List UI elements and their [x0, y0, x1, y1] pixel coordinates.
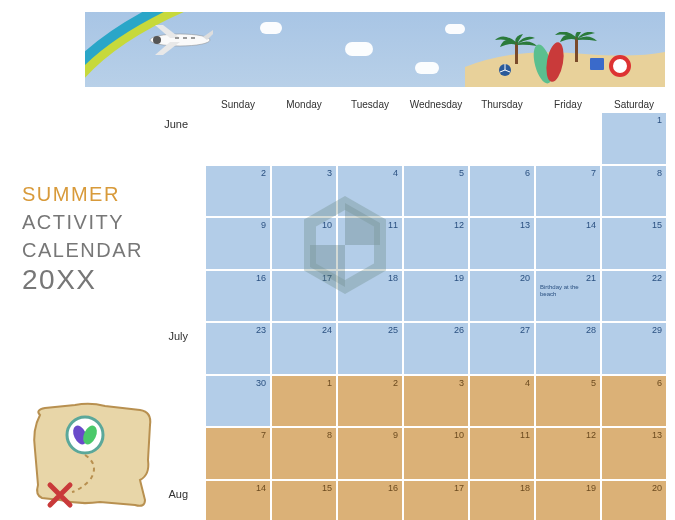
calendar-cell	[403, 112, 469, 165]
title-line-3: CALENDAR	[22, 236, 187, 264]
calendar-cell: 28	[535, 322, 601, 375]
svg-rect-2	[175, 37, 179, 39]
calendar-cell: 11	[469, 427, 535, 480]
calendar-cell: 10	[403, 427, 469, 480]
calendar-cell: 29	[601, 322, 667, 375]
calendar-cell: 3	[403, 375, 469, 428]
calendar-cell: 7	[205, 427, 271, 480]
calendar-cell: 25	[337, 322, 403, 375]
svg-rect-5	[515, 42, 518, 64]
calendar-cell	[271, 112, 337, 165]
calendar-cell: 5	[403, 165, 469, 218]
calendar-cell: 2	[337, 375, 403, 428]
header-banner	[85, 12, 665, 87]
calendar-cell	[205, 112, 271, 165]
calendar-cell: 23	[205, 322, 271, 375]
calendar-cell	[337, 112, 403, 165]
svg-point-1	[153, 36, 161, 44]
calendar-title: SUMMER ACTIVITY CALENDAR 20XX	[22, 180, 187, 294]
calendar-cell: 30	[205, 375, 271, 428]
calendar-cell-note: Birthday at the beach	[540, 284, 596, 298]
calendar-cell: 12	[403, 217, 469, 270]
calendar-cell: 15	[601, 217, 667, 270]
calendar-cell: 17	[403, 480, 469, 521]
calendar-cell: 5	[535, 375, 601, 428]
calendar-cell: 8	[601, 165, 667, 218]
calendar-cell: 22	[601, 270, 667, 323]
calendar-cell: 13	[469, 217, 535, 270]
calendar-row: 78910111213	[205, 427, 667, 480]
calendar-cell: 8	[271, 427, 337, 480]
calendar-row: 1	[205, 112, 667, 165]
cloud-icon	[345, 42, 373, 56]
calendar-cell: 20	[469, 270, 535, 323]
calendar-row: 2345678	[205, 165, 667, 218]
calendar-cell: 18	[337, 270, 403, 323]
calendar-cell: 14	[535, 217, 601, 270]
svg-rect-6	[575, 37, 578, 62]
calendar-cell: 17	[271, 270, 337, 323]
calendar-cell: 12	[535, 427, 601, 480]
calendar-cell: 4	[337, 165, 403, 218]
calendar-cell: 7	[535, 165, 601, 218]
calendar-cell: 9	[337, 427, 403, 480]
title-line-2: ACTIVITY	[22, 208, 187, 236]
title-year: 20XX	[22, 266, 187, 294]
calendar-row: 30123456	[205, 375, 667, 428]
calendar-cell: 16	[337, 480, 403, 521]
beach-scene-icon	[465, 32, 665, 87]
calendar-cell: 26	[403, 322, 469, 375]
svg-rect-9	[590, 58, 604, 70]
calendar-cell: 18	[469, 480, 535, 521]
calendar-cell: 19	[535, 480, 601, 521]
calendar-cell: 14	[205, 480, 271, 521]
month-label-june: June	[148, 118, 188, 130]
cloud-icon	[415, 62, 439, 74]
calendar-row: 23242526272829	[205, 322, 667, 375]
cloud-icon	[260, 22, 282, 34]
calendar-row: 9101112131415	[205, 217, 667, 270]
calendar-cell: 21Birthday at the beach	[535, 270, 601, 323]
calendar-grid: 123456789101112131415161718192021Birthda…	[205, 112, 667, 520]
calendar-row: 161718192021Birthday at the beach22	[205, 270, 667, 323]
svg-rect-4	[191, 37, 195, 39]
calendar-cell: 13	[601, 427, 667, 480]
calendar-cell: 6	[601, 375, 667, 428]
month-label-july: July	[148, 330, 188, 342]
calendar-cell: 16	[205, 270, 271, 323]
svg-point-10	[611, 57, 629, 75]
calendar-cell: 24	[271, 322, 337, 375]
calendar-cell: 19	[403, 270, 469, 323]
calendar-cell: 10	[271, 217, 337, 270]
calendar-cell	[469, 112, 535, 165]
calendar-cell: 15	[271, 480, 337, 521]
calendar-cell: 20	[601, 480, 667, 521]
title-line-1: SUMMER	[22, 180, 187, 208]
calendar-cell: 27	[469, 322, 535, 375]
calendar-cell: 3	[271, 165, 337, 218]
calendar-cell: 9	[205, 217, 271, 270]
svg-rect-3	[183, 37, 187, 39]
calendar-row: 14151617181920	[205, 480, 667, 521]
calendar-cell: 11	[337, 217, 403, 270]
calendar-cell: 4	[469, 375, 535, 428]
calendar-cell: 2	[205, 165, 271, 218]
treasure-map-icon	[30, 400, 160, 510]
calendar-cell: 6	[469, 165, 535, 218]
calendar-cell: 1	[271, 375, 337, 428]
airplane-icon	[145, 20, 215, 60]
cloud-icon	[445, 24, 465, 34]
calendar-cell	[535, 112, 601, 165]
calendar-cell: 1	[601, 112, 667, 165]
